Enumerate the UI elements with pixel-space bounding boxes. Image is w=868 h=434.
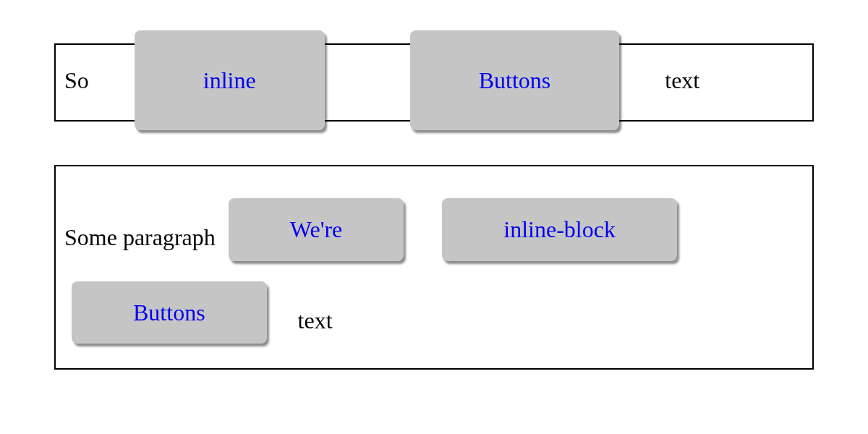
inline-block-button-1[interactable]: We're xyxy=(229,198,404,260)
paragraph-text: text xyxy=(298,307,333,333)
inline-button-2[interactable]: Buttons xyxy=(410,30,620,130)
paragraph-text: So xyxy=(64,67,89,93)
inline-block-demo-paragraph: Some paragraph We're inline-block Button… xyxy=(54,165,814,370)
paragraph-text: text xyxy=(665,67,699,93)
inline-block-button-2[interactable]: inline-block xyxy=(442,198,677,260)
paragraph-text: Some paragraph xyxy=(64,224,216,250)
inline-button-1[interactable]: inline xyxy=(135,30,325,130)
inline-block-button-3[interactable]: Buttons xyxy=(72,281,267,344)
inline-demo-paragraph: So inline Buttons text xyxy=(54,43,814,122)
